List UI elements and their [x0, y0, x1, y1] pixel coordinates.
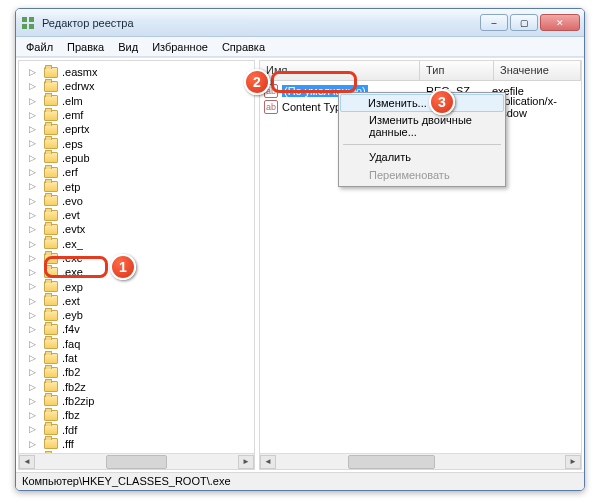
- tree-node[interactable]: ▷.easmx: [23, 65, 254, 79]
- col-type[interactable]: Тип: [420, 61, 494, 80]
- tree-node[interactable]: ▷.fbz: [23, 408, 254, 422]
- expand-icon[interactable]: ▷: [29, 383, 38, 392]
- expand-icon[interactable]: ▷: [29, 411, 38, 420]
- tree-node[interactable]: ▷.fb2z: [23, 380, 254, 394]
- expand-icon[interactable]: ▷: [29, 139, 38, 148]
- folder-icon: [44, 281, 58, 292]
- svg-rect-1: [29, 17, 34, 22]
- expand-icon[interactable]: ▷: [29, 368, 38, 377]
- folder-icon: [44, 110, 58, 121]
- expand-icon[interactable]: ▷: [29, 297, 38, 306]
- ctx-separator: [343, 144, 501, 145]
- expand-icon[interactable]: ▷: [29, 225, 38, 234]
- ctx-modify[interactable]: Изменить...: [340, 94, 504, 112]
- scroll-thumb[interactable]: [106, 455, 167, 469]
- expand-icon[interactable]: ▷: [29, 254, 38, 263]
- folder-icon: [44, 224, 58, 235]
- tree-node[interactable]: ▷.edrwx: [23, 79, 254, 93]
- tree-label: .elm: [62, 95, 83, 107]
- tree-node[interactable]: ▷.evt: [23, 208, 254, 222]
- tree-node[interactable]: ▷.ext: [23, 294, 254, 308]
- tree-node[interactable]: ▷.fb2zip: [23, 394, 254, 408]
- tree-node[interactable]: ▷.evtx: [23, 222, 254, 236]
- col-name[interactable]: Имя: [260, 61, 420, 80]
- expand-icon[interactable]: ▷: [29, 82, 38, 91]
- ctx-delete[interactable]: Удалить: [341, 148, 503, 166]
- tree-node[interactable]: ▷.ex_: [23, 237, 254, 251]
- tree-label: .f4v: [62, 323, 80, 335]
- expand-icon[interactable]: ▷: [29, 325, 38, 334]
- tree-node[interactable]: ▷.fat: [23, 351, 254, 365]
- minimize-button[interactable]: –: [480, 14, 508, 31]
- tree-node[interactable]: ▷.exe: [23, 265, 254, 279]
- tree-scrollbar[interactable]: ◄ ►: [19, 453, 254, 469]
- ctx-rename[interactable]: Переименовать: [341, 166, 503, 184]
- window: Редактор реестра – ▢ ✕ Файл Правка Вид И…: [15, 8, 585, 491]
- expand-icon[interactable]: ▷: [29, 282, 38, 291]
- menu-help[interactable]: Справка: [216, 39, 271, 55]
- folder-icon: [44, 338, 58, 349]
- expand-icon[interactable]: ▷: [29, 268, 38, 277]
- folder-icon: [44, 253, 58, 264]
- expand-icon[interactable]: ▷: [29, 197, 38, 206]
- expand-icon[interactable]: ▷: [29, 311, 38, 320]
- tree-node[interactable]: ▷.fb2: [23, 365, 254, 379]
- close-button[interactable]: ✕: [540, 14, 580, 31]
- expand-icon[interactable]: ▷: [29, 240, 38, 249]
- expand-icon[interactable]: ▷: [29, 111, 38, 120]
- tree-node[interactable]: ▷.etp: [23, 179, 254, 193]
- menu-view[interactable]: Вид: [112, 39, 144, 55]
- folder-icon: [44, 267, 58, 278]
- tree-label: .fbz: [62, 409, 80, 421]
- svg-rect-3: [29, 24, 34, 29]
- expand-icon[interactable]: ▷: [29, 211, 38, 220]
- list-scrollbar[interactable]: ◄ ►: [260, 453, 581, 469]
- expand-icon[interactable]: ▷: [29, 354, 38, 363]
- tree-node[interactable]: ▷.elm: [23, 94, 254, 108]
- expand-icon[interactable]: ▷: [29, 97, 38, 106]
- expand-icon[interactable]: ▷: [29, 168, 38, 177]
- folder-icon: [44, 81, 58, 92]
- expand-icon[interactable]: ▷: [29, 182, 38, 191]
- tree-node[interactable]: ▷.fdf: [23, 422, 254, 436]
- tree-node[interactable]: ▷.eyb: [23, 308, 254, 322]
- expand-icon[interactable]: ▷: [29, 440, 38, 449]
- tree-node[interactable]: ▷.exp: [23, 279, 254, 293]
- folder-icon: [44, 238, 58, 249]
- expand-icon[interactable]: ▷: [29, 125, 38, 134]
- expand-icon[interactable]: ▷: [29, 397, 38, 406]
- scroll-left-icon[interactable]: ◄: [260, 455, 276, 469]
- scroll-right-icon[interactable]: ►: [565, 455, 581, 469]
- expand-icon[interactable]: ▷: [29, 154, 38, 163]
- scroll-left-icon[interactable]: ◄: [19, 455, 35, 469]
- folder-icon: [44, 138, 58, 149]
- window-title: Редактор реестра: [42, 17, 480, 29]
- scroll-thumb[interactable]: [348, 455, 435, 469]
- tree-node[interactable]: ▷.eps: [23, 136, 254, 150]
- tree-node[interactable]: ▷.faq: [23, 337, 254, 351]
- folder-icon: [44, 210, 58, 221]
- expand-icon[interactable]: ▷: [29, 68, 38, 77]
- tree-node[interactable]: ▷.evo: [23, 194, 254, 208]
- tree-node[interactable]: ▷.exc: [23, 251, 254, 265]
- menu-favorites[interactable]: Избранное: [146, 39, 214, 55]
- tree-node[interactable]: ▷.eprtx: [23, 122, 254, 136]
- tree-label: .fdf: [62, 424, 77, 436]
- ctx-modify-binary[interactable]: Изменить двоичные данные...: [341, 111, 503, 141]
- expand-icon[interactable]: ▷: [29, 425, 38, 434]
- tree-label: .exc: [62, 252, 82, 264]
- menu-edit[interactable]: Правка: [61, 39, 110, 55]
- tree-node[interactable]: ▷.emf: [23, 108, 254, 122]
- menu-file[interactable]: Файл: [20, 39, 59, 55]
- tree-node[interactable]: ▷.fff: [23, 437, 254, 451]
- expand-icon[interactable]: ▷: [29, 340, 38, 349]
- tree-node[interactable]: ▷.f4v: [23, 322, 254, 336]
- col-value[interactable]: Значение: [494, 61, 581, 80]
- tree-body[interactable]: ▷.easmx▷.edrwx▷.elm▷.emf▷.eprtx▷.eps▷.ep…: [19, 61, 254, 470]
- maximize-button[interactable]: ▢: [510, 14, 538, 31]
- scroll-right-icon[interactable]: ►: [238, 455, 254, 469]
- titlebar[interactable]: Редактор реестра – ▢ ✕: [16, 9, 584, 37]
- tree-node[interactable]: ▷.erf: [23, 165, 254, 179]
- tree-node[interactable]: ▷.epub: [23, 151, 254, 165]
- folder-icon: [44, 410, 58, 421]
